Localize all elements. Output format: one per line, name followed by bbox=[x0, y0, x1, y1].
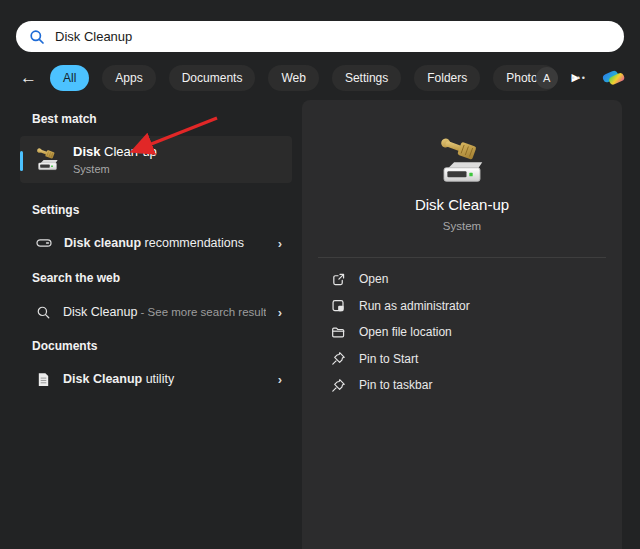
action-list: Open Run as administrator Open file loca… bbox=[302, 266, 622, 399]
chevron-right-icon[interactable]: › bbox=[278, 372, 282, 387]
result-label: Disk cleanup recommendations bbox=[64, 236, 266, 250]
chevron-right-icon[interactable]: › bbox=[278, 236, 282, 251]
back-icon[interactable]: ← bbox=[20, 69, 37, 86]
filter-row: ← All Apps Documents Web Settings Folder… bbox=[20, 63, 624, 92]
section-header-web: Search the web bbox=[32, 271, 120, 285]
filter-tab-folders[interactable]: Folders bbox=[414, 65, 480, 91]
filter-tab-web[interactable]: Web bbox=[268, 65, 318, 91]
best-match-result[interactable]: Disk Clean-up System bbox=[20, 136, 292, 183]
best-match-title: Disk Clean-up bbox=[73, 144, 157, 160]
open-external-icon bbox=[331, 272, 346, 287]
action-open-file-location[interactable]: Open file location bbox=[302, 319, 622, 346]
search-input[interactable]: Disk Cleanup bbox=[55, 29, 132, 44]
panel-divider bbox=[318, 257, 606, 258]
search-result-icon bbox=[36, 305, 51, 320]
pin-icon bbox=[331, 378, 346, 393]
pin-icon bbox=[331, 351, 346, 366]
copilot-icon[interactable] bbox=[601, 65, 626, 90]
search-icon bbox=[29, 29, 45, 45]
run-as-administrator-icon bbox=[331, 298, 346, 313]
document-icon bbox=[36, 372, 51, 387]
preview-subtitle: System bbox=[302, 220, 622, 232]
more-options-icon[interactable]: ••• bbox=[572, 73, 587, 83]
disk-cleanup-app-icon bbox=[34, 146, 61, 173]
topbar-right: A ••• bbox=[536, 63, 626, 92]
section-header-best-match: Best match bbox=[32, 112, 97, 126]
action-pin-to-taskbar[interactable]: Pin to taskbar bbox=[302, 372, 622, 399]
filter-tab-documents[interactable]: Documents bbox=[169, 65, 256, 91]
web-result-disk-cleanup[interactable]: Disk Cleanup - See more search results › bbox=[20, 297, 292, 327]
filter-tab-all[interactable]: All bbox=[50, 65, 89, 91]
result-label: Disk Cleanup utility bbox=[63, 372, 266, 386]
preview-title: Disk Clean-up bbox=[302, 196, 622, 213]
action-pin-to-start[interactable]: Pin to Start bbox=[302, 346, 622, 373]
section-header-documents: Documents bbox=[32, 339, 97, 353]
chevron-right-icon[interactable]: › bbox=[278, 305, 282, 320]
settings-result-disk-cleanup-recommendations[interactable]: Disk cleanup recommendations › bbox=[20, 228, 292, 258]
folder-icon bbox=[331, 325, 346, 340]
section-header-settings: Settings bbox=[32, 203, 79, 217]
preview-panel: Disk Clean-up System Open Run as adminis… bbox=[302, 100, 622, 549]
search-bar[interactable]: Disk Cleanup bbox=[16, 21, 624, 52]
best-match-subtitle: System bbox=[73, 163, 157, 175]
document-result-disk-cleanup-utility[interactable]: Disk Cleanup utility › bbox=[20, 364, 292, 394]
result-label: Disk Cleanup - See more search results bbox=[63, 305, 266, 319]
filter-tab-settings[interactable]: Settings bbox=[332, 65, 401, 91]
avatar[interactable]: A bbox=[536, 67, 558, 89]
action-run-as-administrator[interactable]: Run as administrator bbox=[302, 293, 622, 320]
action-open[interactable]: Open bbox=[302, 266, 622, 293]
selection-accent-bar bbox=[20, 151, 23, 171]
filter-tab-apps[interactable]: Apps bbox=[102, 65, 155, 91]
disk-cleanup-app-icon-large bbox=[435, 134, 489, 188]
storage-drive-icon bbox=[36, 235, 52, 251]
